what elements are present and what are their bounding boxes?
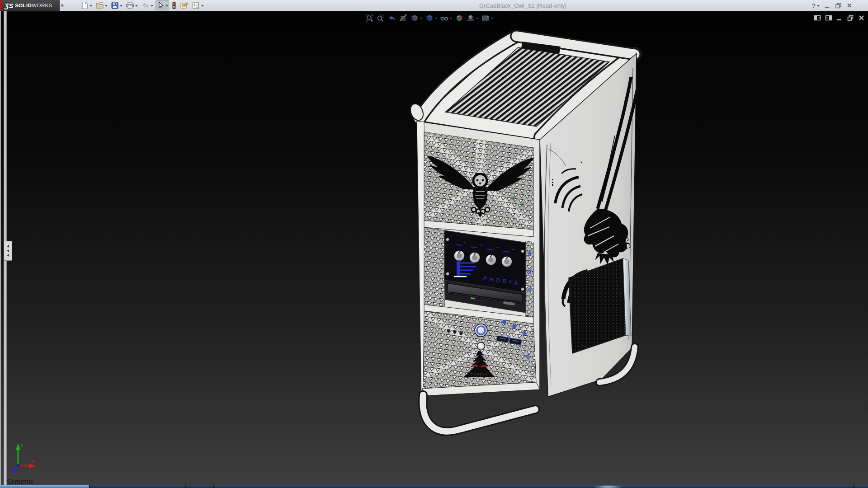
close-document-button[interactable] <box>858 14 865 21</box>
undo-button[interactable] <box>140 0 154 10</box>
save-button[interactable] <box>110 0 123 10</box>
solidworks-logo: ƷS SOLIDWORKS <box>0 0 60 11</box>
chevron-down-icon <box>201 5 204 8</box>
view-settings-button[interactable] <box>481 13 494 23</box>
chevron-down-icon <box>817 5 820 8</box>
comment-edit-button[interactable] <box>179 0 189 10</box>
solidworks-logo-glyph: ƷS <box>5 2 13 9</box>
zoom-to-area-icon <box>376 14 385 23</box>
view-settings-icon <box>481 14 490 23</box>
new-document-button[interactable] <box>80 0 93 10</box>
open-icon <box>95 1 104 9</box>
hide-show-items-button[interactable] <box>439 13 453 23</box>
chevron-down-icon <box>450 18 453 21</box>
chevron-down-icon <box>165 5 168 8</box>
display-style-icon <box>425 14 434 23</box>
design-checker-button[interactable] <box>191 0 205 10</box>
chevron-down-icon <box>476 18 479 21</box>
restore-button[interactable] <box>835 2 842 9</box>
front-panel[interactable]: PHOBYA <box>417 121 540 432</box>
main-toolbar <box>80 1 205 10</box>
taskbar-glow <box>593 485 623 488</box>
windows-taskbar-sliver[interactable] <box>0 485 868 488</box>
chevron-down-icon <box>120 5 123 8</box>
triad-x-label: x <box>31 458 34 464</box>
apply-scene-icon <box>466 14 475 23</box>
design-checker-icon <box>192 1 200 9</box>
help-icon: ? <box>812 2 816 9</box>
help-button[interactable]: ? <box>812 2 820 9</box>
zoom-to-fit-icon <box>365 14 374 23</box>
select-button[interactable] <box>156 0 169 10</box>
save-icon <box>111 1 119 9</box>
minimize-document-button[interactable] <box>836 14 843 21</box>
chevron-left-icon <box>5 245 9 248</box>
taskbar-divider <box>89 485 90 488</box>
reference-triad[interactable]: x y z <box>5 442 36 477</box>
view-orientation-button[interactable] <box>410 13 423 23</box>
chevron-down-icon <box>420 18 423 21</box>
pane-toggle-right-button[interactable] <box>825 14 832 21</box>
titlebar: ƷS SOLIDWORKS <box>0 0 868 11</box>
section-view-icon <box>399 14 408 23</box>
view-orientation-icon <box>410 14 419 23</box>
chevron-down-icon <box>435 18 438 21</box>
feature-pane-collapse-tab[interactable] <box>4 241 12 261</box>
menu-expand-button[interactable] <box>61 2 66 9</box>
window-controls: ? <box>812 1 853 10</box>
logo-accent-stripe <box>0 0 2 11</box>
solidworks-logo-solid: SOLID <box>15 3 32 8</box>
undo-icon <box>141 1 150 9</box>
print-icon <box>126 1 134 9</box>
power-button-center <box>479 328 483 332</box>
select-cursor-icon <box>156 1 165 9</box>
edit-appearance-button[interactable] <box>454 13 464 23</box>
comment-edit-icon <box>180 1 189 9</box>
eyeglasses-icon <box>440 14 449 23</box>
display-style-button[interactable] <box>425 13 438 23</box>
chevron-down-icon <box>151 5 153 8</box>
taskbar-divider <box>213 485 214 488</box>
apply-scene-button[interactable] <box>466 13 479 23</box>
chevron-down-icon <box>105 5 108 8</box>
document-window-controls <box>814 13 865 22</box>
stoplight-icon <box>171 1 177 9</box>
triad-y-label: y <box>20 442 24 447</box>
chevron-down-icon <box>491 18 494 21</box>
zoom-to-fit-button[interactable] <box>364 13 374 23</box>
print-button[interactable] <box>125 0 139 10</box>
chevron-down-icon <box>90 5 92 8</box>
previous-view-icon <box>387 14 396 23</box>
window-frame-left <box>0 11 1 485</box>
front-mid-mesh-left-pattern <box>424 227 444 308</box>
solidworks-logo-works: WORKS <box>32 3 52 8</box>
pc-case[interactable]: SG <box>408 34 637 432</box>
heads-up-view-toolbar <box>364 13 494 23</box>
minimize-button[interactable] <box>824 2 830 9</box>
chevron-left-icon <box>5 249 9 252</box>
pc-case-model[interactable]: SG <box>0 0 868 488</box>
view-orientation-label: *Dimetric <box>5 478 34 485</box>
stoplight-button[interactable] <box>170 0 178 10</box>
new-document-icon <box>80 1 89 9</box>
taskbar-active-segment <box>0 485 89 488</box>
open-button[interactable] <box>94 0 108 10</box>
close-button[interactable] <box>846 2 853 9</box>
triangle-logo-text: PHOBYA <box>471 373 488 376</box>
previous-view-button[interactable] <box>387 13 397 23</box>
restore-document-button[interactable] <box>847 14 854 21</box>
chevron-right-icon <box>61 4 66 7</box>
taskbar-divider <box>854 485 854 488</box>
section-view-button[interactable] <box>398 13 408 23</box>
zoom-to-area-button[interactable] <box>376 13 386 23</box>
chevron-left-icon <box>5 254 9 257</box>
pane-toggle-left-button[interactable] <box>814 14 821 21</box>
chevron-down-icon <box>135 5 138 8</box>
document-title: GrCadBlack_Owl_S2 [Read-only] <box>479 2 566 9</box>
taskbar-divider <box>185 485 186 488</box>
edit-appearance-icon <box>455 14 464 23</box>
